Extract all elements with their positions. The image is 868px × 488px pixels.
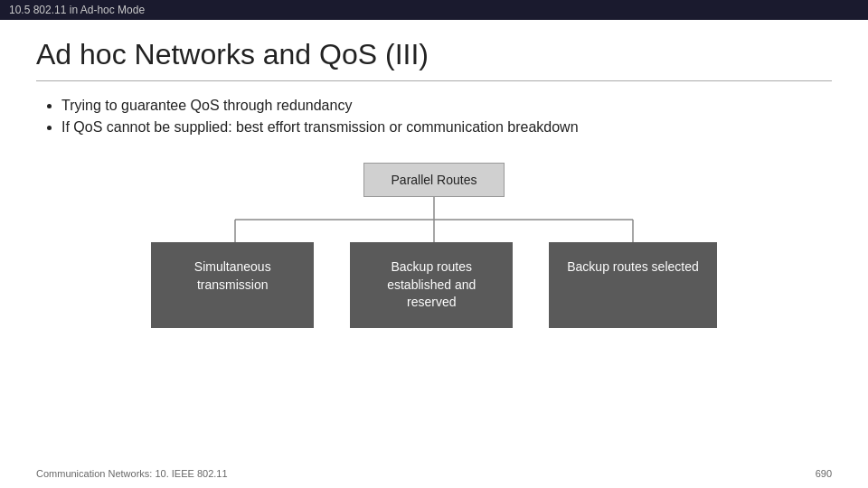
backup-selected-label: Backup routes selected xyxy=(567,259,699,274)
backup-established-label: Backup routesestablished andreserved xyxy=(387,259,476,309)
boxes-row: Simultaneoustransmission Backup routeses… xyxy=(136,242,732,328)
divider xyxy=(36,80,832,81)
footer-right: 690 xyxy=(816,468,832,479)
backup-established-box: Backup routesestablished andreserved xyxy=(350,242,513,328)
footer-left: Communication Networks: 10. IEEE 802.11 xyxy=(36,468,228,479)
bullet-list: Trying to guarantee QoS through redundan… xyxy=(36,98,832,136)
bullet-item-2: If QoS cannot be supplied: best effort t… xyxy=(61,119,832,136)
top-bar: 10.5 802.11 in Ad-hoc Mode xyxy=(0,0,868,20)
main-content: Ad hoc Networks and QoS (III) Trying to … xyxy=(0,20,868,337)
simultaneous-label: Simultaneoustransmission xyxy=(194,259,271,292)
backup-selected-box: Backup routes selected xyxy=(549,242,717,328)
top-bar-label: 10.5 802.11 in Ad-hoc Mode xyxy=(9,4,145,16)
diagram: Parallel Routes Simultaneoustransmission xyxy=(36,163,832,328)
simultaneous-box: Simultaneoustransmission xyxy=(151,242,314,328)
footer: Communication Networks: 10. IEEE 802.11 … xyxy=(0,468,868,479)
parallel-routes-box: Parallel Routes xyxy=(363,163,505,197)
page-title: Ad hoc Networks and QoS (III) xyxy=(36,38,832,71)
connectors xyxy=(136,197,732,242)
bullet-item-1: Trying to guarantee QoS through redundan… xyxy=(61,98,832,114)
